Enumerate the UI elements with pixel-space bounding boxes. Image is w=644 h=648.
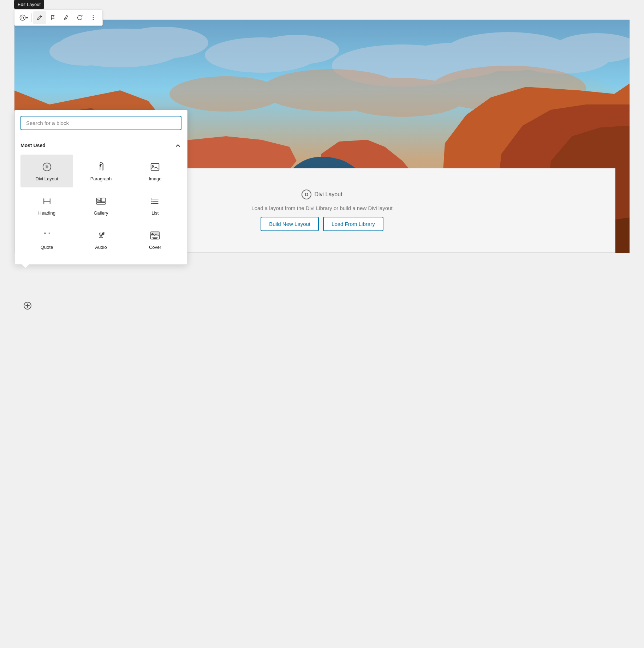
block-item-divi-layout[interactable]: D Divi Layout: [20, 155, 73, 187]
svg-point-40: [151, 203, 152, 204]
divi-layout-title: Divi Layout: [314, 191, 342, 198]
svg-point-11: [254, 35, 339, 65]
refresh-icon: [77, 14, 83, 21]
add-block-btn[interactable]: [22, 300, 33, 311]
svg-point-27: [153, 165, 154, 166]
build-new-layout-btn[interactable]: Build New Layout: [261, 217, 319, 231]
svg-text:D: D: [45, 164, 48, 169]
block-item-list[interactable]: List: [129, 189, 181, 222]
divi-toolbar-btn[interactable]: D ▾: [17, 11, 30, 24]
block-search-area: [15, 110, 187, 136]
edit-toolbar-btn[interactable]: [33, 11, 46, 24]
toolbar-container: Edit Layout D ▾: [14, 0, 103, 26]
svg-point-43: [101, 234, 102, 236]
divi-layout-header: D Divi Layout: [302, 190, 342, 199]
block-item-heading[interactable]: Heading: [20, 189, 73, 222]
svg-text:": ": [43, 231, 46, 239]
svg-point-4: [93, 19, 94, 20]
divi-toolbar-icon: D: [19, 14, 26, 21]
block-divi-layout-label: Divi Layout: [36, 176, 58, 181]
svg-point-2: [93, 15, 94, 16]
block-image-label: Image: [149, 176, 161, 181]
flag-icon: [50, 14, 56, 21]
svg-point-38: [151, 199, 152, 200]
block-paragraph-label: Paragraph: [90, 176, 112, 181]
block-search-input[interactable]: [20, 116, 181, 130]
divi-block-icon: D: [41, 161, 53, 173]
navigate-toolbar-btn[interactable]: [47, 11, 59, 24]
cover-block-icon: [149, 229, 161, 242]
svg-rect-33: [97, 203, 106, 204]
svg-point-8: [117, 27, 208, 59]
svg-point-19: [169, 76, 282, 112]
svg-text:D: D: [21, 16, 24, 20]
section-title: Most Used: [20, 143, 46, 148]
editor-area: Most Used D Divi Layout: [14, 19, 630, 253]
section-collapse-btn[interactable]: [174, 142, 181, 149]
block-audio-label: Audio: [95, 245, 107, 250]
svg-rect-26: [151, 163, 159, 170]
image-block-icon: [149, 161, 161, 173]
block-item-quote[interactable]: " " Quote: [20, 223, 73, 256]
erase-toolbar-btn[interactable]: [60, 11, 73, 24]
block-cover-label: Cover: [149, 245, 161, 250]
heading-block-icon: [41, 195, 53, 208]
divi-layout-description: Load a layout from the Divi Library or b…: [251, 205, 392, 211]
pencil-icon: [36, 14, 43, 21]
svg-point-3: [93, 17, 94, 18]
edit-layout-tooltip: Edit Layout: [14, 0, 44, 9]
divi-layout-buttons: Build New Layout Load From Library: [261, 217, 383, 231]
svg-rect-32: [101, 198, 105, 202]
toolbar-divider-1: [31, 13, 32, 22]
block-list-label: List: [151, 210, 159, 216]
block-item-image[interactable]: Image: [129, 155, 181, 187]
refresh-toolbar-btn[interactable]: [73, 11, 86, 24]
block-item-gallery[interactable]: Gallery: [74, 189, 127, 222]
audio-block-icon: [95, 229, 107, 242]
block-item-paragraph[interactable]: ¶ Paragraph: [74, 155, 127, 187]
paragraph-block-icon: ¶: [95, 161, 107, 173]
svg-text:": ": [47, 231, 50, 239]
svg-point-39: [151, 201, 152, 202]
eraser-icon: [63, 14, 70, 21]
block-item-cover[interactable]: Cover: [129, 223, 181, 256]
section-header: Most Used: [20, 142, 181, 149]
chevron-up-icon: [174, 142, 181, 149]
gallery-block-icon: [95, 195, 107, 208]
dots-icon: [90, 14, 96, 21]
list-block-icon: [149, 195, 161, 208]
block-inserter-popup: Most Used D Divi Layout: [14, 110, 187, 265]
plus-circle-icon: [23, 301, 32, 310]
load-from-library-btn[interactable]: Load From Library: [323, 217, 383, 231]
more-toolbar-btn[interactable]: [87, 11, 100, 24]
most-used-section: Most Used D Divi Layout: [15, 136, 187, 256]
blocks-grid: D Divi Layout ¶: [20, 155, 181, 256]
block-gallery-label: Gallery: [94, 210, 108, 216]
divi-layout-block-icon: D: [302, 190, 311, 199]
toolbar: D ▾: [14, 10, 103, 26]
svg-point-9: [49, 37, 120, 66]
block-heading-label: Heading: [38, 210, 55, 216]
block-quote-label: Quote: [41, 245, 53, 250]
quote-block-icon: " ": [41, 229, 53, 242]
block-item-audio[interactable]: Audio: [74, 223, 127, 256]
divi-dropdown-arrow: ▾: [26, 16, 28, 20]
svg-text:¶: ¶: [100, 163, 103, 170]
